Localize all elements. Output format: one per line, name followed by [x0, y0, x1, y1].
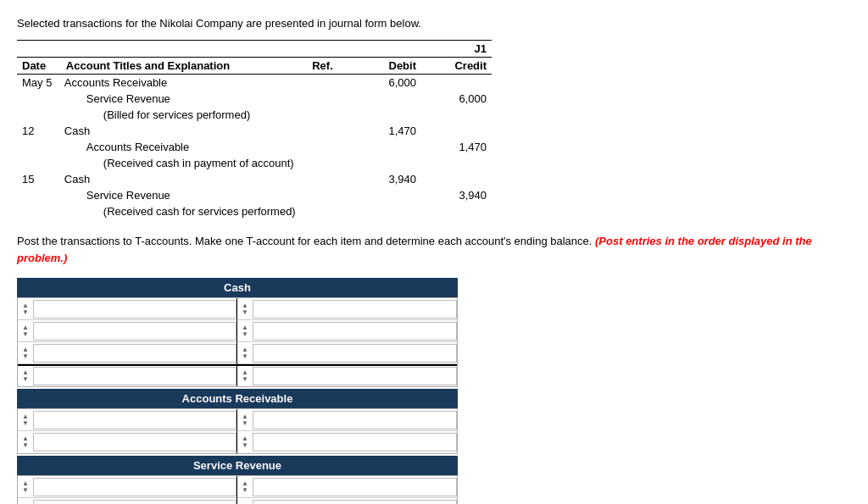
t-account-body-accounts-receivable: ▲ ▼ ▲ ▼ ▲ ▼ — [17, 408, 458, 454]
spinner-right-cash-2[interactable]: ▲ ▼ — [237, 342, 253, 363]
spinner-left-cash-2[interactable]: ▲ ▼ — [18, 342, 33, 363]
journal-date-8 — [17, 203, 61, 219]
input-left-cash-0[interactable] — [33, 300, 236, 318]
journal-credit-8 — [421, 203, 492, 219]
t-row-right-accounts-receivable-0: ▲ ▼ — [237, 409, 457, 431]
journal-ref-2 — [307, 107, 351, 123]
col-header-date: Date — [17, 58, 61, 75]
journal-account-8: (Received cash for services performed) — [61, 203, 307, 219]
t-row-right-service-revenue-0: ▲ ▼ — [237, 476, 457, 498]
journal-credit-7: 3,940 — [421, 187, 492, 203]
input-left-accounts-receivable-1[interactable] — [33, 433, 236, 451]
spinner-right-service-revenue-1[interactable]: ▲ ▼ — [237, 498, 253, 504]
journal-credit-6 — [421, 171, 492, 187]
input-total-right-cash[interactable] — [253, 367, 457, 385]
journal-date-3: 12 — [17, 123, 61, 139]
spinner-left-accounts-receivable-0[interactable]: ▲ ▼ — [18, 409, 33, 430]
spinner-right-service-revenue-0[interactable]: ▲ ▼ — [237, 476, 253, 497]
spinner-total-right-cash[interactable]: ▲ ▼ — [237, 366, 253, 386]
journal-ref-8 — [307, 203, 351, 219]
journal-debit-4 — [351, 139, 421, 155]
t-total-left-cash: ▲ ▼ — [18, 364, 236, 386]
journal-account-7: Service Revenue — [61, 187, 307, 203]
j1-header: J1 — [17, 41, 492, 58]
input-left-service-revenue-1[interactable] — [33, 500, 236, 505]
journal-debit-3: 1,470 — [351, 123, 421, 139]
input-right-service-revenue-0[interactable] — [253, 478, 457, 496]
spinner-total-left-cash[interactable]: ▲ ▼ — [18, 366, 33, 386]
journal-date-5 — [17, 155, 61, 171]
journal-debit-6: 3,940 — [351, 171, 421, 187]
t-row-right-service-revenue-1: ▲ ▼ — [237, 498, 457, 504]
t-row-right-accounts-receivable-1: ▲ ▼ — [237, 431, 457, 453]
t-row-left-cash-2: ▲ ▼ — [18, 342, 236, 364]
journal-ref-5 — [307, 155, 351, 171]
input-right-service-revenue-1[interactable] — [253, 500, 457, 505]
journal-ref-0 — [307, 75, 351, 91]
journal-credit-5 — [421, 155, 492, 171]
input-right-cash-2[interactable] — [253, 344, 457, 363]
input-total-left-cash[interactable] — [33, 367, 236, 385]
spinner-left-cash-0[interactable]: ▲ ▼ — [18, 298, 33, 319]
t-row-right-cash-0: ▲ ▼ — [237, 298, 457, 320]
journal-account-2: (Billed for services performed) — [61, 107, 307, 123]
t-account-header-service-revenue: Service Revenue — [17, 456, 458, 475]
t-account-service-revenue: Service Revenue ▲ ▼ ▲ ▼ ▲ ▼ — [17, 456, 458, 504]
journal-ref-6 — [307, 171, 351, 187]
spinner-left-service-revenue-0[interactable]: ▲ ▼ — [18, 476, 33, 497]
t-row-left-cash-0: ▲ ▼ — [18, 298, 236, 320]
col-header-account: Account Titles and Explanation — [61, 58, 307, 75]
t-account-header-cash: Cash — [17, 278, 458, 297]
col-header-ref: Ref. — [307, 58, 351, 75]
input-left-cash-2[interactable] — [33, 344, 236, 363]
journal-date-2 — [17, 107, 61, 123]
t-row-left-service-revenue-0: ▲ ▼ — [18, 476, 236, 498]
journal-credit-0 — [421, 75, 492, 91]
spinner-left-service-revenue-1[interactable]: ▲ ▼ — [18, 498, 33, 504]
input-left-service-revenue-0[interactable] — [33, 478, 236, 496]
journal-date-4 — [17, 139, 61, 155]
input-left-accounts-receivable-0[interactable] — [33, 411, 236, 429]
col-header-debit: Debit — [351, 58, 421, 75]
spinner-left-cash-1[interactable]: ▲ ▼ — [18, 320, 33, 341]
journal-date-7 — [17, 187, 61, 203]
journal-account-5: (Received cash in payment of account) — [61, 155, 307, 171]
journal-debit-8 — [351, 203, 421, 219]
journal-debit-2 — [351, 107, 421, 123]
input-right-accounts-receivable-0[interactable] — [253, 411, 457, 429]
journal-ref-4 — [307, 139, 351, 155]
t-row-right-cash-1: ▲ ▼ — [237, 320, 457, 342]
spinner-right-cash-1[interactable]: ▲ ▼ — [237, 320, 253, 341]
col-header-credit: Credit — [421, 58, 492, 75]
journal-debit-0: 6,000 — [351, 75, 421, 91]
post-text: Post the transactions to T-accounts. Mak… — [17, 233, 851, 266]
spinner-left-accounts-receivable-1[interactable]: ▲ ▼ — [18, 431, 33, 453]
journal-credit-3 — [421, 123, 492, 139]
journal-credit-1: 6,000 — [421, 91, 492, 107]
input-right-cash-0[interactable] — [253, 300, 457, 318]
t-account-accounts-receivable: Accounts Receivable ▲ ▼ ▲ ▼ ▲ ▼ — [17, 389, 458, 454]
spinner-right-accounts-receivable-0[interactable]: ▲ ▼ — [237, 409, 253, 430]
t-accounts-container: Cash ▲ ▼ ▲ ▼ ▲ ▼ — [17, 278, 458, 504]
journal-date-0: May 5 — [17, 75, 61, 91]
spinner-right-accounts-receivable-1[interactable]: ▲ ▼ — [237, 431, 253, 453]
journal-account-4: Accounts Receivable — [61, 139, 307, 155]
journal-account-0: Accounts Receivable — [61, 75, 307, 91]
t-row-left-service-revenue-1: ▲ ▼ — [18, 498, 236, 504]
post-text-static: Post the transactions to T-accounts. Mak… — [17, 235, 592, 247]
input-right-cash-1[interactable] — [253, 322, 457, 341]
journal-account-1: Service Revenue — [61, 91, 307, 107]
input-right-accounts-receivable-1[interactable] — [253, 433, 457, 451]
spinner-right-cash-0[interactable]: ▲ ▼ — [237, 298, 253, 319]
t-total-right-cash: ▲ ▼ — [237, 364, 457, 386]
journal-credit-4: 1,470 — [421, 139, 492, 155]
journal-credit-2 — [421, 107, 492, 123]
journal-debit-5 — [351, 155, 421, 171]
journal-table: J1 Date Account Titles and Explanation R… — [17, 40, 492, 219]
t-row-left-accounts-receivable-0: ▲ ▼ — [18, 409, 236, 431]
t-row-right-cash-2: ▲ ▼ — [237, 342, 457, 364]
t-account-cash: Cash ▲ ▼ ▲ ▼ ▲ ▼ — [17, 278, 458, 387]
input-left-cash-1[interactable] — [33, 322, 236, 341]
journal-ref-7 — [307, 187, 351, 203]
t-account-header-accounts-receivable: Accounts Receivable — [17, 389, 458, 408]
